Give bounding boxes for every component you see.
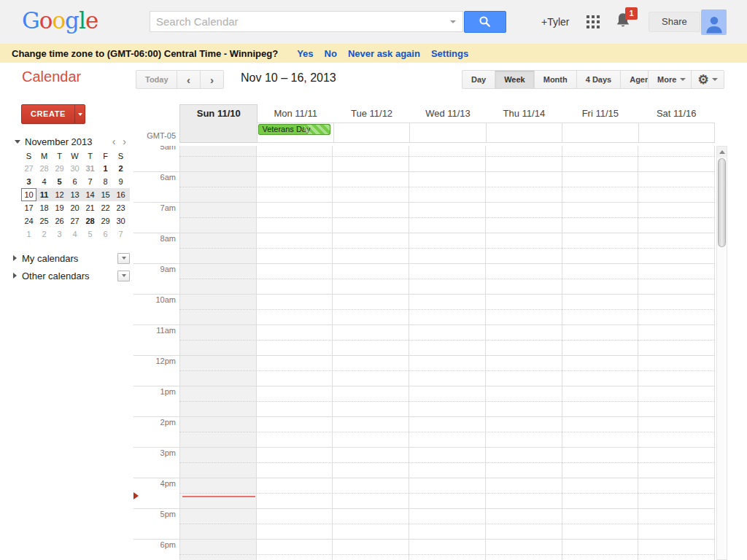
- mini-calendar-date-cell[interactable]: 11: [36, 188, 52, 201]
- mini-calendar-date-cell[interactable]: 30: [67, 162, 82, 175]
- mini-calendar-date-cell[interactable]: 23: [113, 201, 128, 214]
- view-button-day[interactable]: Day: [462, 70, 495, 89]
- mini-calendar-date-cell[interactable]: 3: [21, 175, 36, 188]
- mini-calendar-date-cell[interactable]: 29: [52, 162, 67, 175]
- mini-calendar-date-cell[interactable]: 1: [21, 228, 36, 241]
- sidebar-section-my-calendars[interactable]: My calendars: [13, 249, 130, 267]
- mini-calendar-date-cell[interactable]: 3: [52, 228, 67, 241]
- day-header-label[interactable]: Fri 11/15: [562, 104, 638, 122]
- notifications-button[interactable]: 1: [615, 12, 640, 34]
- mini-calendar-date-cell[interactable]: 9: [113, 175, 128, 188]
- day-header-label[interactable]: Mon 11/11: [257, 104, 333, 122]
- account-link[interactable]: +Tyler: [541, 16, 570, 28]
- view-button-week[interactable]: Week: [495, 70, 535, 89]
- mini-calendar-date-cell[interactable]: 16: [113, 188, 128, 201]
- mini-calendar-date-cell[interactable]: 18: [36, 201, 52, 214]
- timezone-link-yes[interactable]: Yes: [297, 48, 313, 59]
- all-day-cell[interactable]: [562, 122, 638, 143]
- mini-calendar-date-cell[interactable]: 12: [52, 188, 67, 201]
- chevron-down-icon: [712, 78, 718, 81]
- google-logo[interactable]: Google: [22, 7, 98, 34]
- day-column[interactable]: [256, 146, 333, 560]
- mini-calendar-date-cell[interactable]: 2: [36, 228, 52, 241]
- day-header-label[interactable]: Thu 11/14: [486, 104, 562, 122]
- day-column[interactable]: [638, 146, 714, 560]
- all-day-cell[interactable]: [333, 122, 410, 143]
- mini-calendar-date-cell[interactable]: 6: [67, 175, 82, 188]
- prev-week-button[interactable]: [177, 70, 201, 89]
- mini-calendar-date-cell[interactable]: 6: [98, 228, 113, 241]
- mini-calendar-date-cell[interactable]: 28: [36, 162, 52, 175]
- next-week-button[interactable]: [200, 70, 224, 89]
- mini-calendar-date-cell[interactable]: 5: [82, 228, 98, 241]
- apps-grid-icon[interactable]: [587, 15, 600, 28]
- mini-calendar-date-cell[interactable]: 7: [82, 175, 98, 188]
- mini-calendar-date-cell[interactable]: 4: [67, 228, 82, 241]
- day-header-label[interactable]: Tue 11/12: [333, 104, 410, 122]
- mini-calendar-date-cell[interactable]: 8: [98, 175, 113, 188]
- day-column[interactable]: [409, 146, 485, 560]
- mini-calendar-date-cell[interactable]: 24: [21, 214, 36, 228]
- create-button[interactable]: CREATE: [21, 104, 85, 124]
- sidebar-section-other-calendars[interactable]: Other calendars: [13, 267, 130, 284]
- mini-calendar-date-cell[interactable]: 25: [36, 214, 52, 228]
- mini-calendar-date-cell[interactable]: 20: [67, 201, 82, 214]
- collapse-triangle-icon[interactable]: [15, 140, 20, 144]
- search-options-caret-icon[interactable]: [450, 20, 456, 23]
- mini-calendar-date-cell[interactable]: 15: [98, 188, 113, 201]
- view-button-4-days[interactable]: 4 Days: [576, 70, 621, 89]
- mini-calendar-today-cell[interactable]: 10: [21, 188, 36, 201]
- day-header-label[interactable]: Sun 11/10: [180, 105, 257, 122]
- section-dropdown-button[interactable]: [117, 271, 130, 281]
- all-day-cell[interactable]: [409, 122, 486, 143]
- view-button-month[interactable]: Month: [534, 70, 577, 89]
- timezone-link-no[interactable]: No: [325, 48, 337, 59]
- mini-calendar-date-cell[interactable]: 2: [113, 162, 128, 175]
- all-day-cell[interactable]: [180, 122, 257, 142]
- day-header-label[interactable]: Sat 11/16: [638, 104, 715, 122]
- share-button[interactable]: Share: [649, 12, 700, 32]
- mini-calendar-date-cell[interactable]: 19: [52, 201, 67, 214]
- mini-calendar-next-button[interactable]: [119, 136, 130, 147]
- mini-calendar-date-cell[interactable]: 31: [82, 162, 98, 175]
- mini-calendar-date-cell[interactable]: 13: [67, 188, 82, 201]
- create-dropdown-button[interactable]: [74, 105, 85, 123]
- mini-calendar-date-cell[interactable]: 21: [82, 201, 98, 214]
- mini-calendar-date-cell[interactable]: 14: [82, 188, 98, 201]
- mini-calendar-date-cell[interactable]: 22: [98, 201, 113, 214]
- search-input[interactable]: [150, 15, 450, 28]
- mini-calendar-date-cell[interactable]: 26: [52, 214, 67, 228]
- all-day-cell[interactable]: [486, 122, 562, 143]
- day-column[interactable]: [332, 146, 409, 560]
- mini-calendar-date-cell[interactable]: 17: [21, 201, 36, 214]
- more-button[interactable]: More: [648, 70, 695, 89]
- mini-calendar-date-cell[interactable]: 27: [21, 162, 36, 175]
- today-button[interactable]: Today: [136, 70, 178, 89]
- search-button[interactable]: [464, 11, 506, 33]
- mini-calendar-prev-button[interactable]: [109, 136, 120, 147]
- create-button-label[interactable]: CREATE: [22, 105, 74, 123]
- all-day-cell[interactable]: Veterans Day: [257, 122, 333, 143]
- all-day-cell[interactable]: [638, 122, 715, 143]
- mini-calendar-date-cell[interactable]: 29: [98, 214, 113, 228]
- vertical-scrollbar[interactable]: [716, 146, 727, 560]
- timezone-link-settings[interactable]: Settings: [431, 48, 468, 59]
- all-day-event[interactable]: Veterans Day: [258, 124, 330, 135]
- mini-calendar-date-cell[interactable]: 27: [67, 214, 82, 228]
- day-column[interactable]: [485, 146, 562, 560]
- mini-calendar-date-cell[interactable]: 30: [113, 214, 128, 228]
- mini-calendar-date-cell[interactable]: 4: [36, 175, 52, 188]
- day-header-label[interactable]: Wed 11/13: [409, 104, 486, 122]
- day-column[interactable]: [562, 146, 638, 560]
- section-dropdown-button[interactable]: [117, 253, 130, 264]
- scrollbar-up-button[interactable]: [717, 147, 727, 158]
- day-column[interactable]: [179, 146, 256, 560]
- scrollbar-thumb[interactable]: [718, 158, 726, 247]
- profile-avatar[interactable]: [701, 9, 727, 35]
- timezone-link-never-ask-again[interactable]: Never ask again: [348, 48, 420, 59]
- mini-calendar-date-cell[interactable]: 5: [52, 175, 67, 188]
- mini-calendar-date-cell[interactable]: 7: [113, 228, 128, 241]
- settings-button[interactable]: [691, 70, 724, 89]
- mini-calendar-date-cell[interactable]: 1: [98, 162, 113, 175]
- mini-calendar-date-cell[interactable]: 28: [82, 214, 98, 228]
